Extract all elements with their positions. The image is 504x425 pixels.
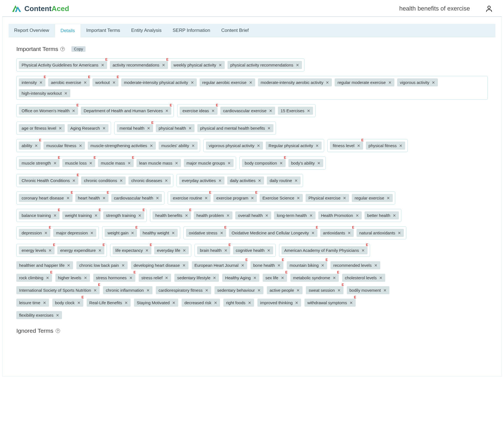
copy-button[interactable]: Copy — [71, 46, 86, 52]
term-chip[interactable]: antioxidants✕E — [320, 229, 354, 237]
term-chip[interactable]: bone health✕E — [250, 261, 283, 269]
term-chip[interactable]: life expectancy✕E — [113, 246, 151, 254]
term-chip[interactable]: sex life✕E — [263, 274, 287, 282]
close-icon[interactable]: ✕ — [183, 249, 186, 252]
term-chip[interactable]: health benefits✕E — [153, 211, 191, 219]
term-chip[interactable]: coronary heart disease✕E — [19, 194, 73, 202]
term-chip[interactable]: vigorous activity✕ — [397, 78, 438, 86]
user-icon[interactable] — [485, 5, 493, 12]
term-chip[interactable]: recommended levels✕ — [330, 261, 380, 269]
term-chip[interactable]: exercise routine✕E — [170, 194, 211, 202]
close-icon[interactable]: ✕ — [185, 214, 188, 217]
term-chip[interactable]: ability✕E — [19, 142, 41, 150]
close-icon[interactable]: ✕ — [53, 161, 57, 165]
close-icon[interactable]: ✕ — [224, 249, 228, 252]
term-chip[interactable]: energy expenditure✕E — [57, 246, 104, 254]
close-icon[interactable]: ✕ — [145, 249, 149, 252]
term-chip[interactable]: long-term health✕ — [274, 211, 315, 219]
close-icon[interactable]: ✕ — [257, 288, 261, 292]
close-icon[interactable]: ✕ — [48, 249, 52, 252]
term-chip[interactable]: sedentary behaviour✕ — [214, 286, 263, 294]
term-chip[interactable]: developing heart disease✕ — [131, 261, 188, 269]
close-icon[interactable]: ✕ — [249, 81, 252, 85]
close-icon[interactable]: ✕ — [191, 81, 194, 85]
term-chip[interactable]: healthy weight✕ — [140, 229, 178, 237]
term-chip[interactable]: strength training✕E — [103, 211, 144, 219]
term-chip[interactable]: Chronic Health Conditions✕E — [19, 176, 78, 185]
close-icon[interactable]: ✕ — [182, 263, 186, 267]
close-icon[interactable]: ✕ — [150, 144, 153, 148]
close-icon[interactable]: ✕ — [388, 81, 392, 85]
close-icon[interactable]: ✕ — [257, 144, 260, 148]
term-chip[interactable]: depression✕E — [19, 229, 50, 237]
close-icon[interactable]: ✕ — [432, 81, 435, 85]
close-icon[interactable]: ✕ — [316, 144, 319, 148]
term-chip[interactable]: Department of Health and Human Services✕… — [81, 107, 171, 115]
tab-content-brief[interactable]: Content Brief — [216, 24, 254, 37]
term-chip[interactable]: leisure time✕ — [16, 299, 49, 307]
term-chip[interactable]: sedentary lifestyle✕ — [174, 274, 219, 282]
close-icon[interactable]: ✕ — [122, 263, 125, 267]
close-icon[interactable]: ✕ — [46, 276, 49, 280]
close-icon[interactable]: ✕ — [357, 144, 360, 148]
close-icon[interactable]: ✕ — [379, 276, 382, 280]
close-icon[interactable]: ✕ — [356, 214, 359, 217]
close-icon[interactable]: ✕ — [64, 91, 68, 95]
close-icon[interactable]: ✕ — [296, 63, 299, 67]
term-chip[interactable]: physical health✕ — [156, 124, 195, 132]
close-icon[interactable]: ✕ — [343, 196, 346, 200]
term-chip[interactable]: moderate-intensity physical activity✕ — [121, 78, 197, 86]
close-icon[interactable]: ✕ — [241, 263, 244, 267]
close-icon[interactable]: ✕ — [265, 214, 268, 217]
close-icon[interactable]: ✕ — [35, 144, 38, 148]
help-icon[interactable]: ? — [56, 329, 60, 333]
term-chip[interactable]: regular moderate exercise✕ — [335, 78, 394, 86]
term-chip[interactable]: cardiovascular exercise✕ — [220, 107, 275, 115]
term-chip[interactable]: Staying Motivated✕ — [134, 299, 178, 307]
close-icon[interactable]: ✕ — [162, 63, 165, 67]
close-icon[interactable]: ✕ — [128, 161, 131, 165]
term-chip[interactable]: American Academy of Family Physicians✕E — [281, 246, 368, 254]
term-chip[interactable]: body's ability✕ — [288, 159, 323, 167]
close-icon[interactable]: ✕ — [94, 214, 98, 217]
term-chip[interactable]: exercise program✕E — [213, 194, 257, 202]
term-chip[interactable]: cholesterol levels✕ — [342, 274, 385, 282]
term-chip[interactable]: vigorous physical activity✕ — [206, 142, 263, 150]
tab-important-terms[interactable]: Important Terms — [81, 24, 126, 37]
close-icon[interactable]: ✕ — [102, 126, 106, 130]
term-chip[interactable]: intensity✕E — [19, 78, 45, 86]
close-icon[interactable]: ✕ — [258, 179, 261, 183]
close-icon[interactable]: ✕ — [253, 276, 257, 280]
close-icon[interactable]: ✕ — [399, 144, 402, 148]
term-chip[interactable]: muscle loss✕E — [62, 159, 95, 167]
term-chip[interactable]: flexibility exercises✕ — [16, 311, 62, 319]
close-icon[interactable]: ✕ — [66, 196, 70, 200]
term-chip[interactable]: Office on Women's Health✕E — [19, 107, 78, 115]
term-chip[interactable]: health problem✕ — [194, 211, 232, 219]
term-chip[interactable]: oxidative stress✕E — [186, 229, 226, 237]
close-icon[interactable]: ✕ — [77, 301, 81, 305]
close-icon[interactable]: ✕ — [267, 249, 270, 252]
close-icon[interactable]: ✕ — [213, 276, 216, 280]
close-icon[interactable]: ✕ — [79, 144, 82, 148]
close-icon[interactable]: ✕ — [188, 126, 192, 130]
term-chip[interactable]: activity recommendations✕E — [110, 61, 168, 69]
close-icon[interactable]: ✕ — [112, 81, 116, 85]
term-chip[interactable]: European Heart Journal✕E — [192, 261, 247, 269]
term-chip[interactable]: weekly physical activity✕ — [171, 61, 225, 69]
term-chip[interactable]: Physical exercise✕ — [306, 194, 349, 202]
close-icon[interactable]: ✕ — [53, 214, 57, 217]
close-icon[interactable]: ✕ — [387, 196, 390, 200]
term-chip[interactable]: cardiorespiratory fitness✕ — [156, 286, 211, 294]
close-icon[interactable]: ✕ — [309, 214, 313, 217]
term-chip[interactable]: sweat session✕E — [306, 286, 343, 294]
close-icon[interactable]: ✕ — [294, 179, 298, 183]
close-icon[interactable]: ✕ — [317, 161, 321, 165]
close-icon[interactable]: ✕ — [84, 276, 87, 280]
close-icon[interactable]: ✕ — [67, 263, 70, 267]
tab-entity-analysis[interactable]: Entity Analysis — [126, 24, 167, 37]
close-icon[interactable]: ✕ — [89, 161, 92, 165]
close-icon[interactable]: ✕ — [156, 196, 159, 200]
close-icon[interactable]: ✕ — [296, 288, 300, 292]
term-chip[interactable]: decreased risk✕ — [182, 299, 220, 307]
